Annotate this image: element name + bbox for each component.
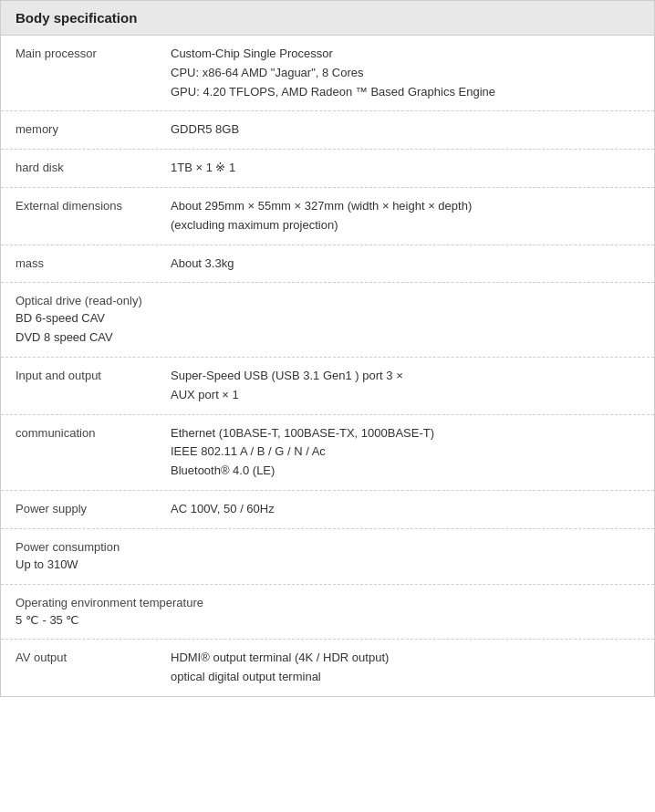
spec-value-power-supply: AC 100V, 50 / 60Hz xyxy=(171,500,639,519)
spec-row-av-output: AV outputHDMI® output terminal (4K / HDR… xyxy=(1,640,654,696)
spec-row-input-output: Input and outputSuper-Speed USB (USB 3.1… xyxy=(1,358,654,415)
spec-row-memory: memoryGDDR5 8GB xyxy=(1,111,654,150)
spec-value-communication: Ethernet (10BASE-T, 100BASE-TX, 1000BASE… xyxy=(171,424,639,481)
spec-label-optical-drive: Optical drive (read-only) xyxy=(16,292,639,307)
spec-row-power-consumption: Power consumptionUp to 310W xyxy=(1,529,654,585)
spec-label-main-processor: Main processor xyxy=(16,45,171,60)
spec-row-main-processor: Main processorCustom-Chip Single Process… xyxy=(1,36,654,111)
spec-row-communication: communicationEthernet (10BASE-T, 100BASE… xyxy=(1,415,654,491)
spec-label-memory: memory xyxy=(16,120,171,136)
spec-row-external-dimensions: External dimensionsAbout 295mm × 55mm × … xyxy=(1,188,654,245)
spec-label-operating-environment: Operating environment temperature xyxy=(16,594,639,609)
spec-row-mass: massAbout 3.3kg xyxy=(1,245,654,284)
table-title: Body specification xyxy=(1,1,654,36)
spec-value-optical-drive: BD 6-speed CAVDVD 8 speed CAV xyxy=(16,309,639,348)
spec-value-av-output: HDMI® output terminal (4K / HDR output)o… xyxy=(171,649,639,687)
spec-value-mass: About 3.3kg xyxy=(171,255,639,274)
spec-label-power-consumption: Power consumption xyxy=(16,538,639,554)
spec-value-main-processor: Custom-Chip Single ProcessorCPU: x86-64 … xyxy=(171,45,639,101)
spec-label-external-dimensions: External dimensions xyxy=(16,197,171,213)
spec-value-memory: GDDR5 8GB xyxy=(171,120,639,140)
spec-label-input-output: Input and output xyxy=(16,367,171,382)
spec-label-av-output: AV output xyxy=(16,649,171,664)
spec-row-optical-drive: Optical drive (read-only)BD 6-speed CAVD… xyxy=(1,283,654,358)
spec-value-external-dimensions: About 295mm × 55mm × 327mm (width × heig… xyxy=(171,197,639,235)
spec-value-power-consumption: Up to 310W xyxy=(16,556,639,575)
spec-value-operating-environment: 5 ℃ - 35 ℃ xyxy=(16,611,639,630)
spec-label-power-supply: Power supply xyxy=(16,500,171,515)
spec-label-mass: mass xyxy=(16,255,171,270)
spec-row-power-supply: Power supplyAC 100V, 50 / 60Hz xyxy=(1,491,654,529)
spec-value-hard-disk: 1TB × 1 ※ 1 xyxy=(171,159,639,178)
spec-row-hard-disk: hard disk1TB × 1 ※ 1 xyxy=(1,150,654,188)
spec-row-operating-environment: Operating environment temperature5 ℃ - 3… xyxy=(1,585,654,640)
spec-label-communication: communication xyxy=(16,424,171,440)
spec-value-input-output: Super-Speed USB (USB 3.1 Gen1 ) port 3 ×… xyxy=(171,367,639,405)
spec-table: Body specification Main processorCustom-… xyxy=(0,0,655,697)
spec-label-hard-disk: hard disk xyxy=(16,159,171,174)
